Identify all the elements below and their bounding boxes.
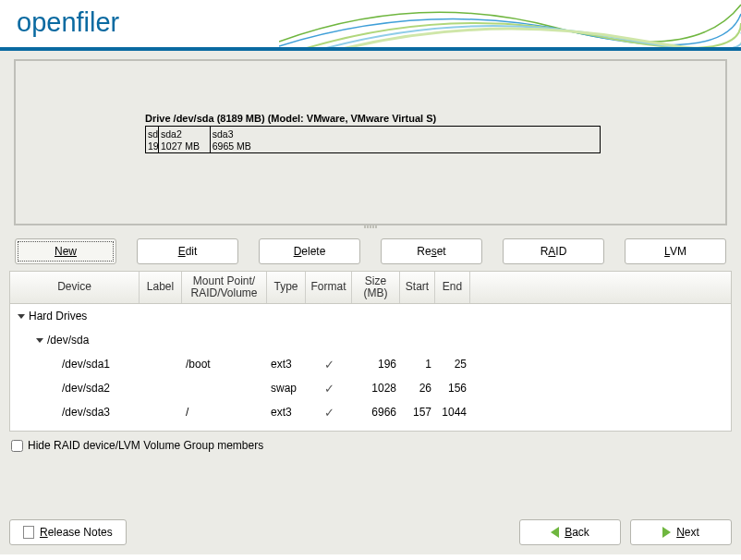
partition-table: DeviceLabelMount Point/RAID/VolumeTypeFo… (9, 270, 732, 432)
hide-raid-checkbox[interactable] (11, 440, 23, 452)
column-header-format[interactable]: Format (306, 272, 352, 303)
release-notes-button[interactable]: Release Notes (9, 519, 127, 545)
footer: Release Notes Back Next (9, 519, 732, 545)
edit-button[interactable]: Edit (137, 238, 238, 264)
arrow-left-icon (551, 527, 559, 538)
delete-button[interactable]: Delete (259, 238, 360, 264)
check-icon: ✓ (324, 382, 334, 396)
drive-segment[interactable]: sda119 (146, 127, 159, 152)
pane-grip[interactable] (347, 225, 394, 229)
drive-title: Drive /dev/sda (8189 MB) (Model: VMware,… (145, 113, 607, 124)
check-icon: ✓ (324, 358, 334, 371)
column-header-mount[interactable]: Mount Point/RAID/Volume (182, 272, 267, 303)
column-header-start[interactable]: Start (400, 272, 435, 303)
column-header-end[interactable]: End (435, 272, 470, 303)
banner-swirls (279, 0, 741, 51)
column-header-filler (470, 272, 731, 303)
tree-toggle-icon[interactable] (18, 314, 25, 319)
table-row[interactable]: /dev/sda1/bootext3✓196125 (10, 352, 731, 376)
column-header-label[interactable]: Label (140, 272, 182, 303)
lvm-button[interactable]: LVM (625, 238, 726, 264)
check-icon: ✓ (324, 406, 334, 420)
drive-segment[interactable]: sda36965 MB (211, 127, 600, 152)
table-row[interactable]: Hard Drives (10, 304, 731, 328)
logo: openfiler (17, 7, 119, 38)
partition-toolbar: New Edit Delete Reset RAID LVM (9, 238, 732, 264)
banner: openfiler (0, 0, 741, 51)
new-button[interactable]: New (15, 238, 116, 264)
table-row[interactable]: /dev/sda (10, 328, 731, 352)
drive-bar: sda119sda21027 MBsda36965 MB (145, 126, 601, 153)
hide-raid-label[interactable]: Hide RAID device/LVM Volume Group member… (28, 439, 263, 452)
drive-diagram-panel: Drive /dev/sda (8189 MB) (Model: VMware,… (14, 59, 727, 225)
table-row[interactable]: /dev/sda2swap✓102826156 (10, 376, 731, 400)
column-header-device[interactable]: Device (10, 272, 140, 303)
content-area: Drive /dev/sda (8189 MB) (Model: VMware,… (0, 51, 741, 554)
document-icon (23, 526, 34, 539)
reset-button[interactable]: Reset (381, 238, 482, 264)
raid-button[interactable]: RAID (503, 238, 604, 264)
tree-toggle-icon[interactable] (36, 338, 43, 343)
table-row[interactable]: /dev/sda3/ext3✓69661571044 (10, 400, 731, 424)
arrow-right-icon (662, 527, 671, 538)
hide-raid-option[interactable]: Hide RAID device/LVM Volume Group member… (11, 439, 730, 452)
column-header-size[interactable]: Size(MB) (352, 272, 400, 303)
column-header-type[interactable]: Type (267, 272, 306, 303)
next-button[interactable]: Next (630, 519, 732, 545)
back-button[interactable]: Back (519, 519, 621, 545)
drive-segment[interactable]: sda21027 MB (159, 127, 211, 152)
table-header: DeviceLabelMount Point/RAID/VolumeTypeFo… (9, 271, 732, 304)
table-body: Hard Drives/dev/sda/dev/sda1/bootext3✓19… (9, 304, 732, 432)
